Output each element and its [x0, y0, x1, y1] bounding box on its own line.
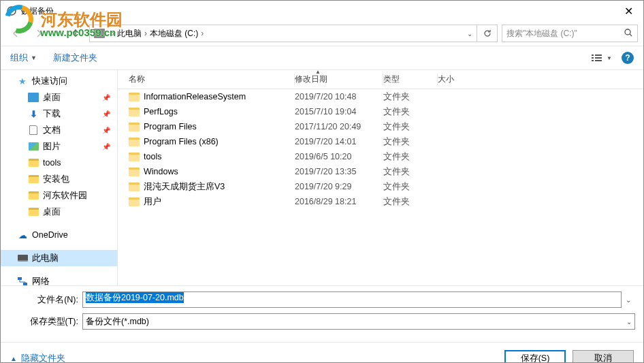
file-name: 混沌天成期货主席V3	[144, 181, 225, 193]
svg-rect-4	[592, 54, 594, 56]
header-name[interactable]: 名称	[118, 74, 295, 84]
svg-rect-10	[18, 277, 22, 280]
file-date: 2015/7/10 19:04	[295, 107, 383, 116]
file-list-area: ▲ 名称 修改日期 类型 大小 InformationReleaseSystem…	[118, 70, 643, 285]
folder-icon	[129, 153, 140, 161]
pin-icon: 📌	[102, 127, 110, 134]
help-button[interactable]: ?	[622, 52, 634, 64]
close-button[interactable]: ✕	[613, 1, 643, 21]
svg-rect-7	[595, 57, 602, 59]
folder-icon	[28, 207, 39, 217]
file-date: 2017/11/20 20:49	[295, 122, 383, 131]
nav-back-button[interactable]	[6, 25, 25, 42]
filetype-select[interactable]: 备份文件(*.mdb) ⌄	[82, 313, 635, 330]
view-options-button[interactable]: ▼	[591, 53, 612, 63]
header-size[interactable]: 大小	[438, 74, 479, 85]
download-icon: ⬇	[28, 109, 39, 119]
file-name: InformationReleaseSystem	[144, 92, 246, 101]
refresh-button[interactable]	[477, 25, 498, 42]
chevron-down-icon: ⌄	[626, 318, 632, 326]
sidebar-item-install[interactable]: 安装包	[1, 171, 117, 187]
search-icon	[624, 28, 633, 40]
pin-icon: 📌	[102, 143, 110, 151]
folder-icon	[28, 158, 39, 168]
folder-icon	[129, 108, 140, 116]
network-icon	[17, 277, 28, 285]
content-area: ★ 快速访问 桌面 📌 ⬇ 下载 📌 文档 📌 图片 📌 tools	[1, 70, 643, 285]
cancel-button[interactable]: 取消	[573, 350, 634, 364]
new-folder-button[interactable]: 新建文件夹	[53, 52, 97, 64]
file-date: 2019/7/20 9:29	[295, 182, 383, 191]
search-input[interactable]: 搜索"本地磁盘 (C:)"	[502, 25, 638, 42]
action-bar: ▲ 隐藏文件夹 保存(S) 取消	[1, 342, 643, 363]
file-row[interactable]: PerfLogs2015/7/10 19:04文件夹	[118, 104, 643, 119]
crumb-this-pc[interactable]: 此电脑	[117, 28, 142, 40]
folder-icon	[28, 191, 39, 200]
file-type: 文件夹	[383, 121, 438, 133]
filetype-label: 保存类型(T):	[9, 316, 82, 328]
crumb-sep-icon: ›	[144, 29, 147, 38]
navigation-sidebar: ★ 快速访问 桌面 📌 ⬇ 下载 📌 文档 📌 图片 📌 tools	[1, 70, 118, 285]
folder-icon	[129, 183, 140, 191]
save-button[interactable]: 保存(S)	[504, 350, 566, 364]
toolbar: 组织 ▼ 新建文件夹 ▼ ?	[1, 46, 643, 70]
svg-point-1	[10, 10, 13, 12]
file-row[interactable]: 用户2016/8/29 18:21文件夹	[118, 194, 643, 209]
file-row[interactable]: InformationReleaseSystem2019/7/20 10:48文…	[118, 89, 643, 104]
sidebar-item-desktop2[interactable]: 桌面	[1, 204, 117, 220]
sidebar-item-tools[interactable]: tools	[1, 155, 117, 171]
file-row[interactable]: Windows2019/7/20 13:35文件夹	[118, 164, 643, 179]
file-type: 文件夹	[383, 106, 438, 118]
file-row[interactable]: Program Files2017/11/20 20:49文件夹	[118, 119, 643, 134]
picture-icon	[28, 142, 39, 151]
file-row[interactable]: Program Files (x86)2019/7/20 14:01文件夹	[118, 134, 643, 149]
filename-input[interactable]: 数据备份2019-07-20.mdb	[82, 291, 622, 308]
file-type: 文件夹	[383, 136, 438, 148]
file-row[interactable]: 混沌天成期货主席V32019/7/20 9:29文件夹	[118, 179, 643, 194]
sidebar-item-downloads[interactable]: ⬇ 下载 📌	[1, 106, 117, 122]
file-type: 文件夹	[383, 91, 438, 103]
file-name: Windows	[144, 167, 178, 176]
header-type[interactable]: 类型	[383, 74, 438, 84]
pin-icon: 📌	[102, 94, 110, 101]
hide-folders-button[interactable]: ▲ 隐藏文件夹	[10, 353, 65, 363]
sidebar-onedrive[interactable]: ☁ OneDrive	[1, 227, 117, 243]
filename-label: 文件名(N):	[9, 294, 82, 306]
folder-icon	[129, 198, 140, 206]
svg-rect-8	[592, 60, 594, 61]
header-date[interactable]: 修改日期	[295, 74, 383, 84]
sidebar-item-hedong[interactable]: 河东软件园	[1, 187, 117, 204]
file-date: 2016/8/29 18:21	[295, 197, 383, 206]
crumb-drive[interactable]: 本地磁盘 (C:)	[150, 28, 198, 40]
sidebar-item-pictures[interactable]: 图片 📌	[1, 138, 117, 155]
file-row[interactable]: tools2019/6/5 10:20文件夹	[118, 149, 643, 164]
svg-rect-5	[595, 54, 602, 56]
organize-menu[interactable]: 组织 ▼	[10, 52, 37, 64]
sidebar-item-documents[interactable]: 文档 📌	[1, 122, 117, 138]
search-placeholder: 搜索"本地磁盘 (C:)"	[506, 28, 577, 40]
file-date: 2019/7/20 13:35	[295, 167, 383, 176]
folder-icon	[129, 123, 140, 131]
file-date: 2019/6/5 10:20	[295, 152, 383, 161]
file-date: 2019/7/20 14:01	[295, 137, 383, 146]
column-headers: ▲ 名称 修改日期 类型 大小	[118, 70, 643, 89]
sidebar-this-pc[interactable]: 此电脑	[1, 250, 117, 266]
star-icon: ★	[17, 76, 28, 86]
sidebar-network[interactable]: 网络	[1, 273, 117, 285]
sort-indicator-icon: ▲	[315, 70, 321, 75]
window-title: 数据备份	[21, 5, 54, 17]
chevron-down-icon: ▼	[31, 54, 37, 61]
sidebar-item-desktop[interactable]: 桌面 📌	[1, 89, 117, 106]
pc-icon	[17, 253, 28, 263]
file-type: 文件夹	[383, 181, 438, 193]
file-type: 文件夹	[383, 151, 438, 163]
sidebar-quick-access[interactable]: ★ 快速访问	[1, 73, 117, 89]
file-name: tools	[144, 152, 161, 161]
folder-icon	[129, 93, 140, 101]
filename-dropdown-icon[interactable]: ⌄	[622, 296, 635, 304]
address-dropdown-icon[interactable]: ⌄	[460, 30, 472, 37]
svg-rect-9	[595, 60, 602, 61]
file-type: 文件夹	[383, 166, 438, 178]
file-type: 文件夹	[383, 196, 438, 208]
address-breadcrumb[interactable]: › 此电脑 › 本地磁盘 (C:) › ⌄	[89, 25, 477, 42]
